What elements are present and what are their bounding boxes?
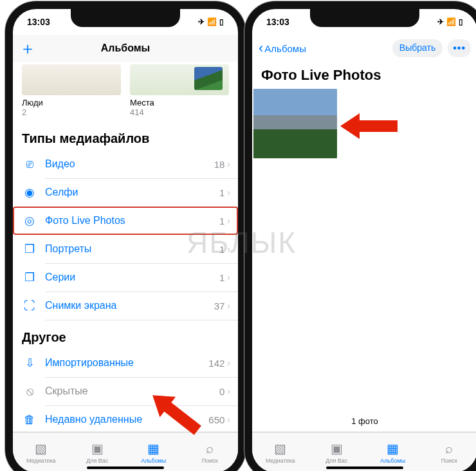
row-count: 1: [219, 216, 224, 226]
portraits-icon: ❒: [22, 242, 37, 256]
tab-foryou[interactable]: ▣Для Вас: [69, 432, 126, 471]
battery-icon: ▯: [219, 17, 224, 26]
foryou-icon: ▣: [331, 441, 343, 456]
row-count: 37: [214, 300, 225, 311]
notch: [71, 9, 180, 27]
row-portraits[interactable]: ❒Портреты1›: [13, 235, 238, 263]
tab-albums[interactable]: ▦Альбомы: [365, 432, 421, 471]
albums-icon: ▦: [387, 441, 399, 456]
back-button[interactable]: ‹ Альбомы: [259, 40, 306, 57]
tab-bar: ▧Медиатека▣Для Вас▦Альбомы⌕Поиск: [252, 432, 476, 471]
recent-del-icon: 🗑: [22, 413, 37, 427]
row-label: Фото Live Photos: [45, 215, 219, 226]
albums-icon: ▦: [147, 441, 160, 456]
tab-bar: ▧Медиатека▣Для Вас▦Альбомы⌕Поиск: [13, 432, 238, 471]
people-album[interactable]: Люди 2: [22, 64, 121, 117]
album-title: Фото Live Photos: [252, 62, 476, 89]
annotation-arrow: [359, 120, 398, 132]
library-icon: ▧: [274, 441, 286, 456]
tab-albums[interactable]: ▦Альбомы: [125, 432, 182, 471]
tab-label: Поиск: [441, 457, 457, 464]
tab-label: Поиск: [202, 457, 218, 464]
content-area: Люди 2 Места 414 Типы медиафайлов ⎚Видео…: [13, 62, 238, 432]
iphone-frame-right: 13:03 ✈︎ 📶 ▯ ‹ Альбомы Выбрать ••• Фото …: [244, 1, 476, 471]
chevron-right-icon: ›: [227, 300, 230, 311]
row-count: 1: [219, 272, 224, 283]
tab-label: Альбомы: [380, 457, 405, 464]
row-recent-del[interactable]: 🗑Недавно удаленные650›: [13, 405, 238, 432]
row-label: Скрытые: [45, 385, 219, 397]
tab-search[interactable]: ⌕Поиск: [182, 432, 239, 471]
tab-label: Медиатека: [266, 457, 295, 464]
row-label: Портреты: [45, 243, 219, 255]
photo-count: 1 фото: [252, 416, 476, 426]
row-label: Снимки экрана: [45, 300, 214, 311]
video-icon: ⎚: [22, 158, 37, 171]
iphone-frame-left: 13:03 ✈︎ 📶 ▯ ＋ Альбомы Люди 2 Места 414 …: [5, 1, 246, 471]
status-time: 13:03: [27, 17, 50, 27]
chevron-right-icon: ›: [227, 272, 230, 282]
chevron-right-icon: ›: [227, 386, 230, 396]
select-button[interactable]: Выбрать: [392, 39, 443, 57]
tab-label: Для Вас: [325, 457, 347, 464]
places-thumb: [130, 64, 229, 95]
chevron-right-icon: ›: [227, 414, 230, 425]
section-header-other: Другое: [13, 320, 238, 349]
foryou-icon: ▣: [91, 441, 104, 456]
library-icon: ▧: [35, 441, 47, 456]
wifi-icon: 📶: [207, 17, 217, 26]
row-hidden[interactable]: ⦸Скрытые0›: [13, 377, 238, 405]
tab-library[interactable]: ▧Медиатека: [13, 432, 69, 471]
wifi-icon: 📶: [446, 17, 456, 26]
row-label: Серии: [45, 272, 219, 283]
screen-title: Альбомы: [13, 42, 238, 54]
content-area: Фото Live Photos 1 фото: [252, 62, 476, 432]
imported-icon: ⇩: [22, 356, 37, 370]
row-label: Видео: [45, 158, 214, 170]
row-count: 142: [208, 358, 224, 369]
row-bursts[interactable]: ❐Серии1›: [13, 263, 238, 291]
home-indicator[interactable]: [87, 466, 164, 469]
tab-library[interactable]: ▧Медиатека: [252, 432, 309, 471]
section-header-media: Типы медиафайлов: [13, 121, 238, 150]
places-album[interactable]: Места 414: [130, 64, 229, 117]
home-indicator[interactable]: [326, 466, 403, 469]
row-count: 650: [208, 414, 224, 425]
chevron-right-icon: ›: [227, 358, 230, 368]
row-screenshots[interactable]: ⛶Снимки экрана37›: [13, 291, 238, 320]
chevron-right-icon: ›: [227, 187, 230, 198]
selfie-icon: ◉: [22, 185, 37, 199]
tab-label: Для Вас: [86, 457, 108, 464]
row-label: Селфи: [45, 187, 219, 198]
battery-icon: ▯: [459, 17, 463, 26]
chevron-right-icon: ›: [227, 244, 230, 254]
screenshots-icon: ⛶: [22, 299, 37, 313]
row-count: 0: [219, 386, 224, 397]
search-icon: ⌕: [206, 441, 214, 456]
tab-search[interactable]: ⌕Поиск: [421, 432, 477, 471]
row-count: 1: [219, 187, 224, 198]
airplane-icon: ✈︎: [198, 17, 205, 26]
chevron-right-icon: ›: [227, 159, 230, 169]
more-button[interactable]: •••: [448, 39, 471, 57]
livephotos-icon: ◎: [22, 214, 37, 228]
tab-foryou[interactable]: ▣Для Вас: [309, 432, 365, 471]
tab-label: Медиатека: [26, 457, 56, 464]
people-thumb: [22, 64, 121, 95]
row-count: 18: [214, 159, 225, 170]
airplane-icon: ✈︎: [437, 17, 444, 26]
notch: [310, 9, 419, 27]
row-livephotos[interactable]: ◎Фото Live Photos1›: [13, 207, 238, 235]
navbar-albums: ＋ Альбомы: [13, 35, 238, 62]
row-imported[interactable]: ⇩Импортированные142›: [13, 349, 238, 377]
navbar-album-detail: ‹ Альбомы Выбрать •••: [252, 35, 476, 62]
search-icon: ⌕: [445, 441, 453, 456]
row-selfie[interactable]: ◉Селфи1›: [13, 178, 238, 207]
photo-thumbnail[interactable]: [253, 89, 337, 158]
row-count: 1: [219, 244, 224, 255]
tab-label: Альбомы: [141, 457, 166, 464]
row-video[interactable]: ⎚Видео18›: [13, 150, 238, 178]
row-label: Импортированные: [45, 357, 208, 369]
chevron-left-icon: ‹: [259, 40, 263, 57]
bursts-icon: ❐: [22, 270, 37, 284]
